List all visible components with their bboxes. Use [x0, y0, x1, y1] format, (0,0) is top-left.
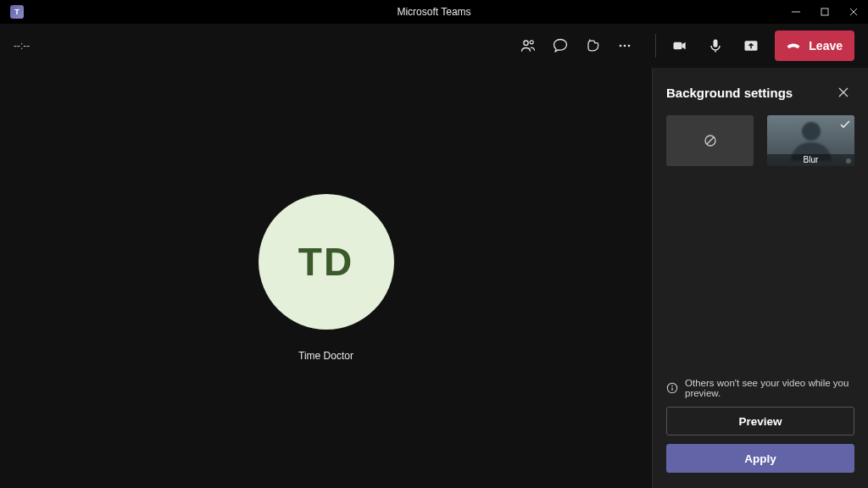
background-option-none[interactable] — [666, 115, 754, 166]
svg-point-5 — [628, 44, 631, 47]
preview-button[interactable]: Preview — [666, 407, 854, 435]
svg-rect-0 — [821, 8, 828, 15]
close-icon — [838, 87, 849, 97]
window-title: Microsoft Teams — [397, 6, 470, 18]
participant-name: Time Doctor — [298, 350, 353, 362]
background-option-blur[interactable]: Blur — [767, 115, 854, 166]
reactions-button[interactable] — [584, 37, 601, 54]
svg-rect-6 — [674, 42, 682, 48]
none-icon — [703, 133, 718, 148]
leave-button[interactable]: Leave — [775, 30, 854, 61]
video-stage: TD Time Doctor — [0, 68, 652, 488]
close-icon — [849, 8, 858, 16]
background-settings-panel: Background settings Blur — [652, 68, 868, 488]
maximize-icon — [821, 8, 829, 16]
blur-label: Blur — [767, 154, 854, 166]
camera-button[interactable] — [671, 37, 688, 54]
check-icon — [839, 119, 851, 130]
maximize-button[interactable] — [810, 0, 839, 24]
hang-up-icon — [785, 37, 802, 54]
chat-icon — [552, 37, 569, 54]
svg-point-11 — [671, 385, 673, 387]
titlebar: T Microsoft Teams — [0, 0, 868, 24]
toolbar-separator — [655, 34, 656, 58]
panel-title: Background settings — [666, 86, 793, 100]
chat-button[interactable] — [552, 37, 569, 54]
participants-button[interactable] — [520, 37, 537, 54]
mic-button[interactable] — [707, 37, 724, 54]
participants-icon — [520, 37, 537, 54]
participant-avatar: TD — [259, 194, 394, 330]
teams-app-icon: T — [10, 5, 24, 19]
svg-point-1 — [524, 41, 528, 45]
svg-rect-7 — [714, 39, 718, 47]
blur-preview-head — [802, 122, 821, 141]
more-actions-button[interactable] — [616, 37, 633, 54]
info-icon — [666, 382, 678, 394]
svg-point-3 — [620, 44, 622, 47]
preview-notice: Others won't see your video while you pr… — [666, 378, 854, 398]
close-window-button[interactable] — [839, 0, 868, 24]
call-timer: --:-- — [14, 40, 30, 52]
svg-point-2 — [530, 40, 533, 43]
preview-notice-text: Others won't see your video while you pr… — [685, 378, 854, 398]
minimize-button[interactable] — [782, 0, 810, 24]
share-button[interactable] — [743, 37, 760, 54]
panel-close-button[interactable] — [832, 81, 854, 103]
camera-icon — [671, 37, 688, 54]
apply-button[interactable]: Apply — [666, 444, 854, 473]
selected-check — [839, 119, 851, 130]
window-controls — [782, 0, 868, 24]
reactions-icon — [584, 37, 601, 54]
svg-point-4 — [624, 44, 626, 47]
more-icon — [616, 37, 633, 54]
share-screen-icon — [743, 37, 760, 54]
call-toolbar: --:-- — [0, 24, 868, 68]
leave-label: Leave — [809, 39, 843, 53]
minimize-icon — [792, 8, 800, 16]
mic-icon — [707, 37, 724, 54]
